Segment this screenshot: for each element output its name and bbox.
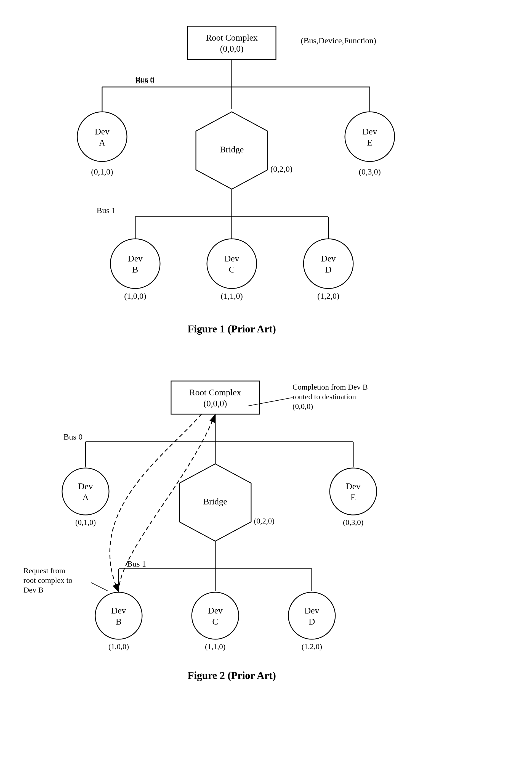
svg-text:Dev: Dev	[78, 481, 93, 491]
svg-text:(0,0,0): (0,0,0)	[203, 398, 227, 408]
svg-text:Bus 0: Bus 0	[63, 432, 83, 441]
svg-text:Bridge: Bridge	[203, 497, 227, 506]
svg-text:(1,0,0): (1,0,0)	[124, 291, 146, 301]
svg-text:Dev: Dev	[321, 254, 335, 263]
figure2-diagram: Root Complex (0,0,0) Completion from Dev…	[0, 373, 532, 745]
svg-text:E: E	[367, 138, 372, 147]
svg-text:Dev: Dev	[95, 127, 109, 137]
svg-text:Dev: Dev	[346, 481, 361, 491]
svg-text:(1,2,0): (1,2,0)	[317, 291, 339, 301]
svg-point-62	[330, 468, 377, 515]
svg-text:routed to destination: routed to destination	[292, 392, 356, 401]
page: Root Complex (0,0,0) (Bus,Device,Functio…	[0, 0, 532, 759]
svg-text:(1,2,0): (1,2,0)	[302, 642, 322, 651]
figure1-diagram: Root Complex (0,0,0) (Bus,Device,Functio…	[0, 11, 532, 356]
svg-point-36	[304, 239, 353, 289]
svg-text:D: D	[325, 264, 331, 274]
svg-text:Figure 2 (Prior Art): Figure 2 (Prior Art)	[188, 669, 276, 681]
svg-point-32	[207, 239, 257, 289]
svg-text:(Bus,Device,Function): (Bus,Device,Function)	[301, 36, 376, 45]
svg-text:Dev: Dev	[304, 606, 319, 616]
svg-text:Bus 0: Bus 0	[135, 76, 154, 85]
svg-rect-43	[171, 381, 259, 414]
svg-text:Figure 1 (Prior Art): Figure 1 (Prior Art)	[188, 323, 276, 335]
svg-text:Dev: Dev	[224, 254, 239, 263]
svg-point-76	[192, 592, 239, 639]
svg-point-11	[77, 112, 127, 162]
svg-text:root complex to: root complex to	[23, 576, 72, 584]
svg-point-72	[95, 592, 142, 639]
svg-text:C: C	[229, 264, 235, 274]
svg-text:(0,2,0): (0,2,0)	[254, 517, 275, 525]
svg-text:B: B	[132, 264, 138, 274]
svg-text:Root Complex: Root Complex	[189, 387, 241, 397]
svg-point-80	[288, 592, 335, 639]
svg-text:(1,1,0): (1,1,0)	[205, 642, 226, 651]
svg-text:Dev: Dev	[362, 127, 377, 137]
svg-text:Completion from Dev B: Completion from Dev B	[292, 383, 368, 391]
svg-text:A: A	[99, 138, 105, 147]
svg-rect-1	[188, 26, 276, 60]
svg-text:(0,3,0): (0,3,0)	[343, 518, 364, 527]
svg-text:Bus 1: Bus 1	[96, 206, 116, 215]
svg-text:Dev B: Dev B	[23, 585, 43, 594]
svg-text:(0,3,0): (0,3,0)	[359, 167, 381, 177]
svg-text:B: B	[116, 617, 121, 626]
svg-text:Request from: Request from	[23, 566, 65, 575]
svg-text:(0,0,0): (0,0,0)	[220, 44, 244, 54]
svg-text:A: A	[82, 492, 89, 502]
svg-text:(0,0,0): (0,0,0)	[292, 402, 313, 411]
svg-line-87	[91, 582, 108, 591]
svg-text:C: C	[212, 617, 218, 626]
svg-point-28	[110, 239, 160, 289]
svg-text:Dev: Dev	[208, 606, 222, 616]
svg-text:E: E	[351, 492, 356, 502]
svg-text:Root Complex: Root Complex	[206, 33, 258, 43]
svg-point-55	[62, 468, 109, 515]
svg-text:Bus 1: Bus 1	[127, 559, 146, 568]
svg-point-18	[345, 112, 395, 162]
svg-text:Dev: Dev	[111, 606, 126, 616]
svg-text:D: D	[309, 617, 315, 626]
svg-text:Bridge: Bridge	[220, 144, 244, 154]
svg-text:(0,1,0): (0,1,0)	[91, 167, 113, 177]
svg-text:(1,0,0): (1,0,0)	[108, 642, 129, 651]
svg-text:Dev: Dev	[128, 254, 142, 263]
svg-text:(1,1,0): (1,1,0)	[221, 291, 243, 301]
svg-text:(0,2,0): (0,2,0)	[270, 164, 292, 174]
svg-text:(0,1,0): (0,1,0)	[75, 518, 96, 527]
